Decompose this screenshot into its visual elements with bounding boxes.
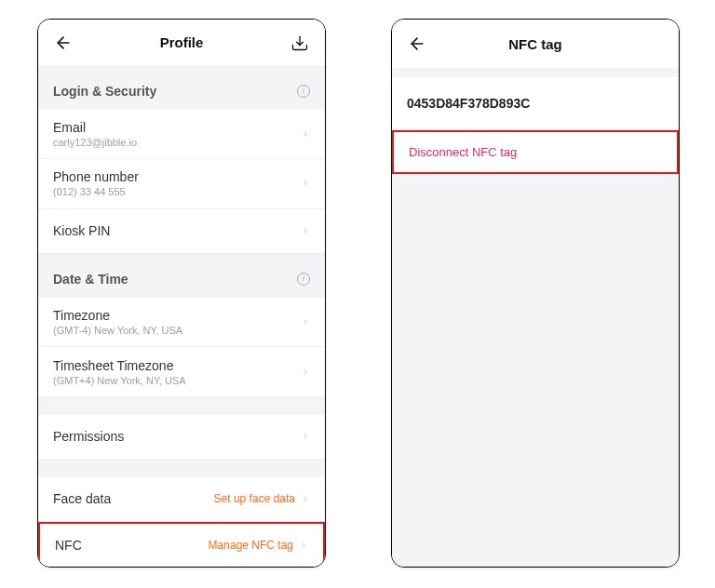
row-kiosk-pin[interactable]: Kiosk PIN — [38, 209, 325, 254]
arrow-left-icon — [54, 33, 73, 52]
row-permissions[interactable]: Permissions — [38, 415, 325, 460]
row-value: (GMT+4) New York, NY, USA — [53, 375, 186, 386]
row-value: carly123@jibble.io — [53, 137, 137, 148]
section-date-time: Date & Time i — [38, 254, 325, 298]
row-label: Email — [53, 120, 137, 135]
download-tray-icon — [290, 33, 309, 52]
section-gap — [38, 460, 325, 477]
profile-screen: Profile Login & Security i Email carly12… — [37, 19, 326, 568]
row-value: (012) 33 44 555 — [53, 186, 139, 197]
disconnect-nfc-button[interactable]: Disconnect NFC tag — [392, 130, 679, 174]
chevron-right-icon — [301, 127, 310, 140]
chevron-right-icon — [301, 430, 310, 443]
chevron-right-icon — [301, 492, 310, 505]
nfc-action: Manage NFC tag — [209, 539, 293, 552]
section-gap — [392, 68, 679, 77]
row-label: Face data — [53, 491, 111, 506]
info-icon[interactable]: i — [297, 273, 310, 286]
nfc-id-value: 0453D84F378D893C — [392, 77, 679, 130]
back-button[interactable] — [407, 33, 427, 54]
download-button[interactable] — [290, 33, 310, 53]
nfc-tag-screen: NFC tag 0453D84F378D893C Disconnect NFC … — [391, 19, 680, 568]
nfc-header: NFC tag — [392, 20, 679, 68]
section-title: Date & Time — [53, 272, 128, 287]
page-title: Profile — [160, 34, 204, 50]
row-timesheet-timezone[interactable]: Timesheet Timezone (GMT+4) New York, NY,… — [38, 347, 325, 397]
empty-area — [392, 174, 679, 567]
chevron-right-icon — [299, 539, 308, 552]
row-nfc[interactable]: NFC Manage NFC tag — [38, 522, 325, 567]
row-email[interactable]: Email carly123@jibble.io — [38, 110, 325, 160]
section-login-security: Login & Security i — [38, 66, 325, 110]
row-label: Kiosk PIN — [53, 223, 110, 238]
face-data-action: Set up face data — [214, 492, 295, 505]
row-label: Timezone — [53, 308, 182, 323]
chevron-right-icon — [301, 224, 310, 237]
page-title: NFC tag — [508, 36, 562, 52]
row-label: Timesheet Timezone — [53, 358, 186, 373]
row-label: Permissions — [53, 429, 124, 444]
row-phone[interactable]: Phone number (012) 33 44 555 — [38, 159, 325, 209]
row-value: (GMT-4) New York, NY, USA — [53, 325, 182, 336]
row-face-data[interactable]: Face data Set up face data — [38, 477, 325, 522]
profile-header: Profile — [38, 20, 325, 66]
row-label: Phone number — [53, 169, 139, 184]
row-timezone[interactable]: Timezone (GMT-4) New York, NY, USA — [38, 298, 325, 348]
section-title: Login & Security — [53, 84, 156, 99]
back-button[interactable] — [53, 33, 74, 53]
chevron-right-icon — [301, 177, 310, 190]
row-label: NFC — [55, 538, 82, 553]
arrow-left-icon — [408, 34, 426, 53]
section-gap — [38, 397, 325, 415]
chevron-right-icon — [301, 315, 310, 328]
info-icon[interactable]: i — [297, 85, 310, 98]
chevron-right-icon — [301, 366, 310, 379]
